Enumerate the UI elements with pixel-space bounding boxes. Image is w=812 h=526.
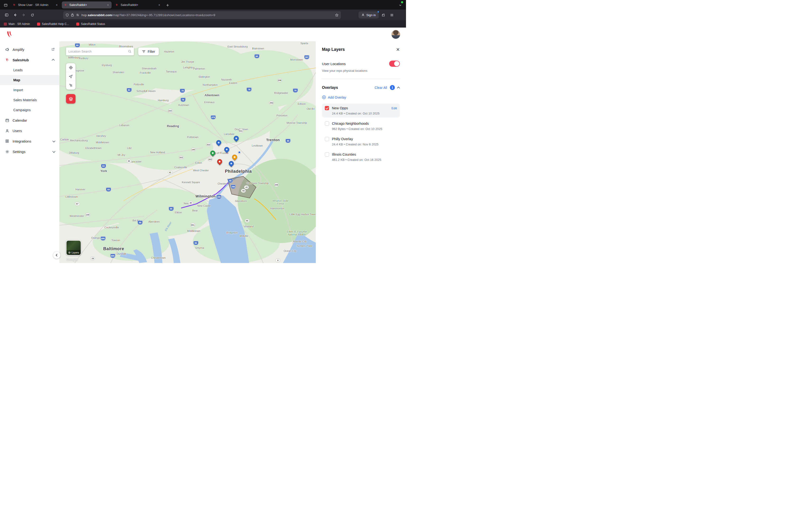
user-locations-toggle[interactable] xyxy=(389,60,400,67)
drop-pin-tool[interactable] xyxy=(66,63,75,72)
chevron-down-icon xyxy=(53,151,55,153)
extensions-icon[interactable] xyxy=(380,11,387,18)
navigate-tool[interactable] xyxy=(66,72,75,81)
salesrabbit-favicon xyxy=(64,3,68,7)
filter-label: Filter xyxy=(148,49,155,54)
url-bar[interactable]: hop.salesrabbit.com/map?lat=37.09024&lng… xyxy=(63,11,341,19)
sidebar-item-users[interactable]: Users xyxy=(0,126,59,136)
overlay-item[interactable]: Illinois Counties 461.2 KB • Created on:… xyxy=(322,150,400,164)
map-layers-button[interactable] xyxy=(66,94,75,103)
bookmark-item[interactable]: Main · SR Admin xyxy=(4,22,30,26)
map-pin-orange[interactable] xyxy=(232,155,237,160)
sign-in-button[interactable]: Sign in xyxy=(359,11,379,18)
sidebar-item-label: Map xyxy=(13,78,20,82)
sidebar-nav: Amplify SalesHub Leads Map Import Sales … xyxy=(0,41,59,263)
lock-icon[interactable] xyxy=(71,13,74,17)
chevron-up-icon xyxy=(53,59,55,61)
filter-button[interactable]: Filter xyxy=(138,47,159,55)
tab-overview-icon[interactable] xyxy=(2,2,9,9)
overlay-list: New Opps Edit 24.4 KB • Created on: Oct … xyxy=(322,103,400,164)
gear-icon xyxy=(5,150,10,154)
chevron-down-icon xyxy=(53,140,55,142)
sidebar-item-import[interactable]: Import xyxy=(0,85,59,95)
add-overlay-label: Add Overlay xyxy=(328,96,346,99)
bookmark-star-icon[interactable] xyxy=(335,13,338,17)
tab-close-icon[interactable]: × xyxy=(158,3,161,7)
chevron-up-icon[interactable] xyxy=(398,86,400,90)
bookmark-favicon xyxy=(4,23,7,26)
overlay-checkbox[interactable] xyxy=(325,106,329,110)
sidebar-toggle-icon[interactable] xyxy=(3,11,11,18)
sidebar-item-label: Integrations xyxy=(13,139,31,143)
close-icon[interactable]: ✕ xyxy=(396,47,400,52)
basemap-thumbnail[interactable]: Layers xyxy=(66,240,81,255)
overlay-checkbox[interactable] xyxy=(325,152,329,157)
new-tab-button[interactable] xyxy=(164,2,171,9)
app-menu-icon[interactable] xyxy=(388,11,396,18)
back-button[interactable] xyxy=(11,11,19,18)
map-pin-red[interactable] xyxy=(217,159,222,164)
location-search-input[interactable] xyxy=(68,49,126,53)
browser-tab[interactable]: Show User · SR Admin × xyxy=(11,1,60,9)
user-locations-label: User Locations xyxy=(322,62,346,66)
overlay-item[interactable]: Philly Overlay 24.4 KB • Created on: Nov… xyxy=(322,134,400,148)
sidebar-item-amplify[interactable]: Amplify xyxy=(0,44,59,55)
bookmark-item[interactable]: SalesRabbit Help C... xyxy=(37,22,69,26)
browser-tab-active[interactable]: SalesRabbit+ × xyxy=(62,1,112,9)
map-canvas[interactable]: MiltonBloomsburgEast StroudsburgSpartaBl… xyxy=(59,41,316,263)
location-search-box[interactable] xyxy=(66,47,134,55)
external-link-icon xyxy=(51,48,55,51)
reload-button[interactable] xyxy=(29,11,36,18)
lasso-select-tool[interactable] xyxy=(66,81,75,89)
salesrabbit-favicon xyxy=(115,3,119,7)
salesrabbit-logo[interactable] xyxy=(6,31,13,38)
sidebar-item-leads[interactable]: Leads xyxy=(0,65,59,75)
map-pin-dot[interactable] xyxy=(238,151,241,154)
sidebar-item-saleshub[interactable]: SalesHub xyxy=(0,55,59,65)
sidebar-item-label: Calendar xyxy=(13,118,27,122)
overlay-item[interactable]: Chicago Neighborhoods 962 Bytes • Create… xyxy=(322,119,400,133)
overlay-checkbox[interactable] xyxy=(325,122,329,126)
sidebar-item-sales-materials[interactable]: Sales Materials xyxy=(0,95,59,105)
sidebar-item-label: Settings xyxy=(13,150,25,154)
permissions-tune-icon[interactable] xyxy=(76,13,79,17)
map-pin-blue[interactable] xyxy=(216,140,221,145)
bookmark-item[interactable]: SalesRabbit Status xyxy=(76,22,105,26)
tab-title: SalesRabbit+ xyxy=(121,3,156,6)
sidebar-item-label: SalesHub xyxy=(13,58,29,62)
sidebar-item-settings[interactable]: Settings xyxy=(0,146,59,157)
user-avatar[interactable] xyxy=(391,30,400,39)
integrations-icon xyxy=(5,139,10,143)
overlay-name: Philly Overlay xyxy=(332,137,397,141)
overlay-item[interactable]: New Opps Edit 24.4 KB • Created on: Oct … xyxy=(322,103,400,118)
sidebar-item-campaigns[interactable]: Campaigns xyxy=(0,105,59,115)
bookmark-label: SalesRabbit Status xyxy=(81,22,105,26)
overlay-meta: 24.4 KB • Created on: Oct 10 2025 xyxy=(332,112,397,115)
forward-button[interactable] xyxy=(20,11,28,18)
add-overlay-button[interactable]: Add Overlay xyxy=(322,95,400,99)
sidebar-item-label: Leads xyxy=(13,68,23,72)
layers-stack-icon xyxy=(68,251,71,254)
overlay-name: Illinois Counties xyxy=(332,153,397,156)
sidebar-item-calendar[interactable]: Calendar xyxy=(0,115,59,126)
map-pin-blue[interactable] xyxy=(234,136,239,141)
panel-title: Map Layers xyxy=(322,47,345,52)
divider xyxy=(321,79,400,79)
sidebar-item-integrations[interactable]: Integrations xyxy=(0,136,59,146)
clear-all-link[interactable]: Clear All xyxy=(375,86,387,89)
tab-close-icon[interactable]: × xyxy=(106,3,110,7)
sidebar-item-map[interactable]: Map xyxy=(0,75,59,85)
tracking-shield-icon[interactable] xyxy=(66,13,69,17)
tab-close-icon[interactable]: × xyxy=(55,3,58,7)
sidebar-item-label: Amplify xyxy=(13,47,24,52)
map-pin-blue[interactable] xyxy=(229,161,234,166)
overlay-checkbox[interactable] xyxy=(325,137,329,141)
map-pin-green[interactable] xyxy=(210,151,215,155)
amplify-icon xyxy=(5,47,10,52)
edit-overlay-link[interactable]: Edit xyxy=(392,106,397,110)
sidebar-collapse-button[interactable] xyxy=(53,252,60,259)
browser-tab[interactable]: SalesRabbit+ × xyxy=(113,1,163,9)
tab-title: SalesRabbit+ xyxy=(69,3,105,6)
filter-icon xyxy=(142,50,146,53)
map-pin-blue[interactable] xyxy=(224,147,229,152)
